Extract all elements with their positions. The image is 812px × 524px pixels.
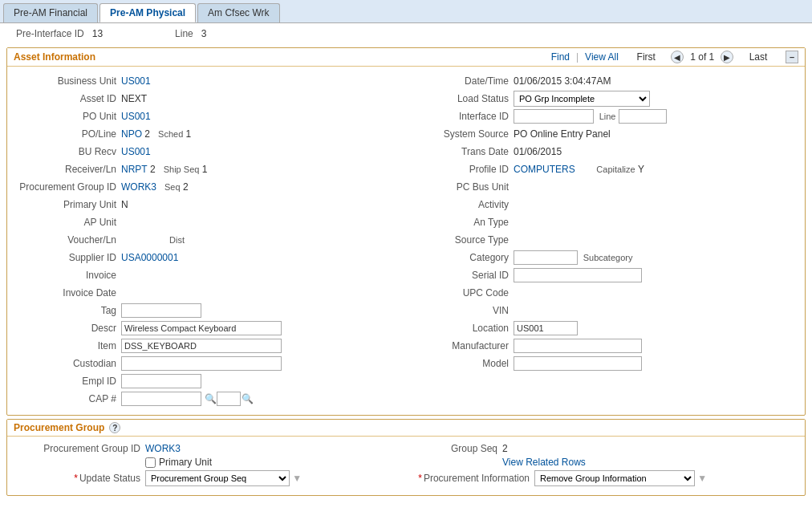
- pc-bus-unit-row: PC Bus Unit: [409, 179, 795, 195]
- capitalize-label: Capitalize: [596, 165, 635, 174]
- asset-information-title: Asset Information: [14, 51, 95, 63]
- custodian-row: Custodian: [17, 355, 403, 372]
- voucher-ln-row: Voucher/Ln Dist: [17, 232, 403, 248]
- activity-row: Activity: [409, 197, 795, 213]
- dist-label: Dist: [169, 235, 185, 245]
- primary-unit-label: Primary Unit: [17, 199, 121, 210]
- invoice-date-row: Invoice Date: [17, 285, 403, 301]
- proc-group-id-row: Procurement Group ID WORK3 Seq 2: [17, 179, 403, 195]
- manufacturer-label: Manufacturer: [409, 340, 514, 351]
- proc-group-id-label: Procurement Group ID: [17, 443, 145, 454]
- pc-bus-unit-label: PC Bus Unit: [409, 181, 514, 193]
- receiver-ln-num: 2: [150, 164, 156, 175]
- primary-unit-checkbox[interactable]: [145, 457, 156, 468]
- empl-id-row: Empl ID: [17, 373, 403, 389]
- prev-nav-button[interactable]: ◀: [671, 51, 684, 63]
- item-input[interactable]: [121, 339, 282, 353]
- view-all-link[interactable]: View All: [585, 51, 619, 63]
- supplier-id-row: Supplier ID USA0000001: [17, 250, 403, 266]
- invoice-label: Invoice: [17, 270, 121, 281]
- category-input[interactable]: [514, 250, 578, 265]
- custodian-input[interactable]: [121, 356, 282, 371]
- empl-id-input[interactable]: [121, 374, 201, 388]
- asset-id-value: NEXT: [121, 93, 147, 104]
- receiver-ln-value: NRPT: [121, 164, 148, 175]
- cap-search-icon[interactable]: 🔍: [204, 392, 217, 405]
- group-seq-label: Group Seq: [406, 443, 502, 454]
- asset-information-header: Asset Information Find | View All First …: [7, 48, 805, 67]
- group-seq-value: 2: [502, 443, 508, 454]
- sched-label: Sched: [158, 129, 183, 139]
- left-column: Business Unit US001 Asset ID NEXT PO Uni…: [14, 71, 406, 410]
- right-column: Date/Time 01/06/2015 3:04:47AM Load Stat…: [406, 71, 798, 410]
- model-input[interactable]: [514, 356, 642, 371]
- asset-information-section: Asset Information Find | View All First …: [6, 47, 806, 416]
- location-input[interactable]: [514, 321, 578, 335]
- collapse-button[interactable]: –: [786, 51, 798, 63]
- serial-id-input[interactable]: [514, 268, 642, 282]
- business-unit-label: Business Unit: [17, 75, 121, 87]
- descr-input[interactable]: [121, 321, 282, 335]
- interface-id-row: Interface ID Line: [409, 108, 795, 124]
- model-row: Model: [409, 355, 795, 372]
- find-link[interactable]: Find: [551, 51, 570, 63]
- proc-info-dropdown-icon: ▼: [697, 473, 707, 484]
- first-label: First: [637, 51, 656, 63]
- cap-label: CAP #: [17, 393, 121, 404]
- system-source-label: System Source: [409, 128, 514, 140]
- ship-seq-value: 1: [202, 164, 208, 175]
- procurement-group-header: Procurement Group ?: [7, 420, 805, 437]
- profile-id-row: Profile ID COMPUTERS Capitalize Y: [409, 161, 795, 177]
- next-nav-button[interactable]: ▶: [721, 51, 733, 63]
- line2-input[interactable]: [619, 109, 667, 124]
- bu-recv-label: BU Recv: [17, 146, 121, 157]
- proc-right: Group Seq 2 View Related Rows Procuremen…: [406, 443, 795, 489]
- tab-am-cfsec-wrk[interactable]: Am Cfsec Wrk: [197, 3, 279, 22]
- upc-code-label: UPC Code: [409, 287, 514, 299]
- line-value: 3: [201, 28, 207, 39]
- receiver-ln-label: Receiver/Ln: [17, 164, 121, 175]
- tab-pre-am-physical[interactable]: Pre-AM Physical: [99, 3, 196, 22]
- category-label: Category: [409, 252, 514, 263]
- cap-extra-input[interactable]: [217, 392, 241, 406]
- source-type-label: Source Type: [409, 234, 514, 246]
- help-icon[interactable]: ?: [109, 422, 120, 433]
- bu-recv-row: BU Recv US001: [17, 144, 403, 160]
- tag-row: Tag: [17, 303, 403, 319]
- datetime-value: 01/06/2015 3:04:47AM: [514, 75, 611, 87]
- ship-seq-label: Ship Seq: [164, 165, 200, 174]
- page-info: 1 of 1: [690, 51, 714, 63]
- trans-date-row: Trans Date 01/06/2015: [409, 144, 795, 160]
- view-related-rows-link[interactable]: View Related Rows: [502, 457, 586, 468]
- proc-group-id-value: WORK3: [145, 443, 181, 454]
- cap-input[interactable]: [121, 392, 201, 406]
- location-label: Location: [409, 323, 514, 334]
- invoice-row: Invoice: [17, 267, 403, 283]
- tab-pre-am-financial[interactable]: Pre-AM Financial: [3, 3, 98, 22]
- manufacturer-input[interactable]: [514, 339, 642, 353]
- update-status-select[interactable]: Procurement Group Seq Other Option: [145, 470, 290, 486]
- activity-label: Activity: [409, 199, 514, 210]
- proc-info-select[interactable]: Remove Group Information Other Option: [534, 470, 695, 486]
- primary-unit-label: Primary Unit: [159, 457, 212, 468]
- line-label2: Line: [599, 112, 616, 121]
- procurement-group-title: Procurement Group: [14, 422, 104, 433]
- capitalize-value: Y: [638, 164, 644, 175]
- upc-code-row: UPC Code: [409, 285, 795, 301]
- system-source-value: PO Online Entry Panel: [514, 128, 611, 140]
- line-label: Line: [175, 28, 193, 39]
- asset-info-nav: Find | View All First ◀ 1 of 1 ▶ Last –: [551, 51, 798, 63]
- po-unit-label: PO Unit: [17, 111, 121, 122]
- load-status-select[interactable]: PO Grp Incomplete: [514, 91, 650, 107]
- interface-id-input[interactable]: [514, 109, 594, 124]
- location-row: Location: [409, 320, 795, 336]
- tag-input[interactable]: [121, 303, 201, 318]
- cap-search2-icon[interactable]: 🔍: [241, 392, 254, 405]
- system-source-row: System Source PO Online Entry Panel: [409, 126, 795, 142]
- supplier-id-value: USA0000001: [121, 252, 178, 263]
- po-line-num: 2: [144, 128, 150, 140]
- view-related-row: View Related Rows: [406, 457, 795, 468]
- an-type-row: An Type: [409, 214, 795, 230]
- asset-id-label: Asset ID: [17, 93, 121, 104]
- source-type-row: Source Type: [409, 232, 795, 248]
